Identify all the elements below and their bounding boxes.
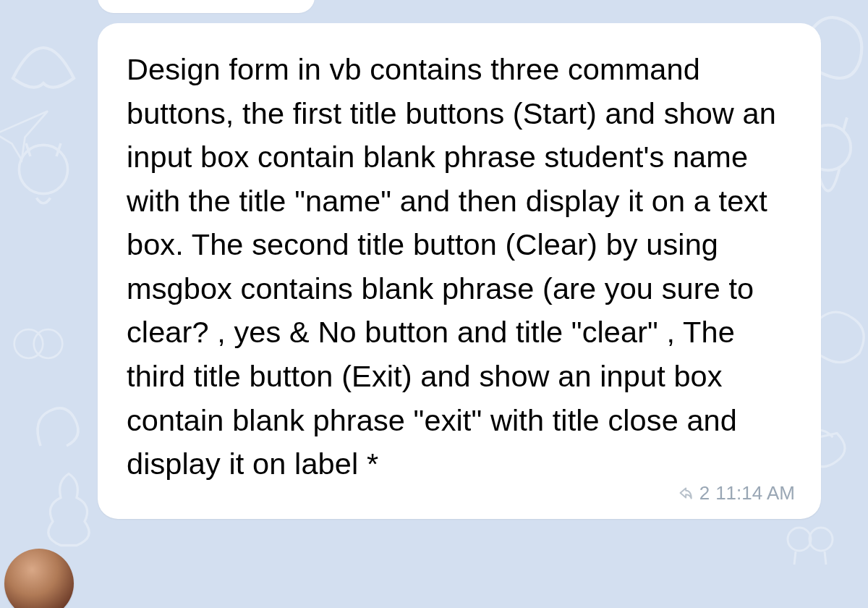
svg-point-4 <box>788 528 811 551</box>
message-text: Design form in vb contains three command… <box>127 48 792 486</box>
svg-point-2 <box>34 329 63 358</box>
svg-point-5 <box>809 528 833 551</box>
incoming-message-bubble[interactable]: Design form in vb contains three command… <box>98 23 821 519</box>
previous-message-edge <box>98 0 315 13</box>
sender-avatar[interactable] <box>4 549 74 608</box>
reply-count: 2 <box>699 482 710 504</box>
svg-point-0 <box>19 145 67 193</box>
svg-point-1 <box>14 329 43 358</box>
message-timestamp: 11:14 AM <box>715 482 795 504</box>
reply-arrow-icon <box>675 484 694 502</box>
